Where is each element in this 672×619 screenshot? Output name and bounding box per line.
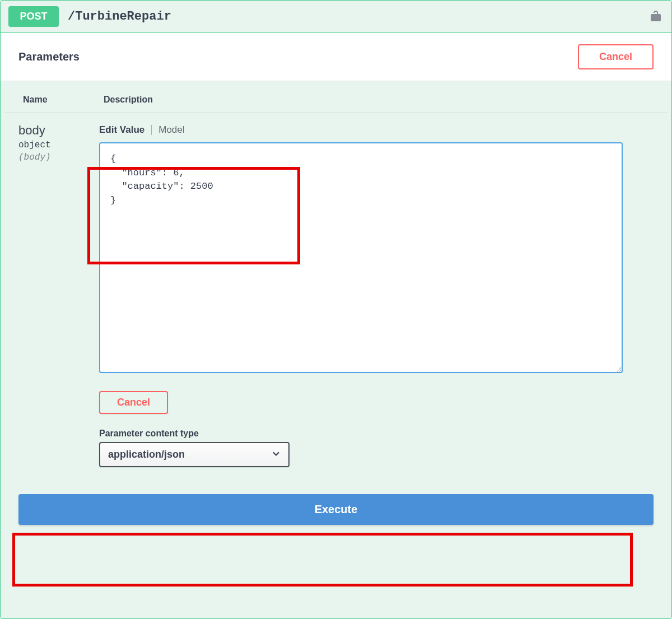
operation-summary[interactable]: POST /TurbineRepair xyxy=(1,1,671,33)
tab-edit-value[interactable]: Edit Value xyxy=(99,123,144,137)
endpoint-path: /TurbineRepair xyxy=(68,10,171,24)
parameters-table-header: Name Description xyxy=(5,81,667,113)
operation-block: POST /TurbineRepair Parameters Cancel Na… xyxy=(0,0,672,619)
column-header-description: Description xyxy=(104,95,649,105)
parameter-name-cell: body object (body) xyxy=(18,123,99,467)
parameters-header: Parameters Cancel xyxy=(1,33,671,81)
parameter-name: body xyxy=(18,123,99,138)
execute-section: Execute xyxy=(1,484,671,538)
column-header-name: Name xyxy=(23,95,104,105)
method-badge: POST xyxy=(8,6,59,27)
tab-divider xyxy=(151,125,152,135)
cancel-try-out-button[interactable]: Cancel xyxy=(578,44,654,69)
content-type-select-wrap: application/json xyxy=(99,442,290,467)
parameter-in: (body) xyxy=(18,152,99,162)
cancel-body-button[interactable]: Cancel xyxy=(99,391,168,414)
content-type-select[interactable]: application/json xyxy=(99,442,290,467)
body-input[interactable] xyxy=(99,142,623,373)
parameter-row: body object (body) Edit Value Model Canc… xyxy=(1,113,671,467)
parameters-title: Parameters xyxy=(18,50,80,63)
content-type-label: Parameter content type xyxy=(99,429,654,439)
unlock-icon[interactable] xyxy=(650,10,661,24)
body-tabs: Edit Value Model xyxy=(99,123,654,137)
parameter-type: object xyxy=(18,140,99,150)
parameter-description-cell: Edit Value Model Cancel Parameter conten… xyxy=(99,123,654,467)
annotation-highlight-execute xyxy=(12,533,633,587)
execute-button[interactable]: Execute xyxy=(18,494,654,525)
tab-model[interactable]: Model xyxy=(158,123,184,137)
